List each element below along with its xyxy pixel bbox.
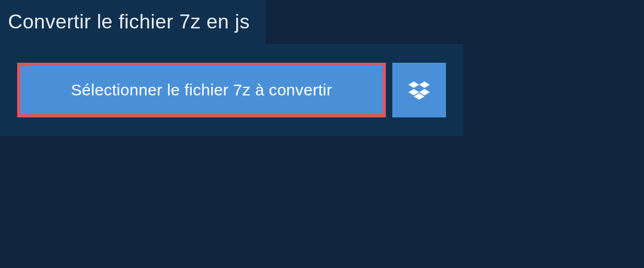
page-title: Convertir le fichier 7z en js xyxy=(8,11,250,33)
select-file-button[interactable]: Sélectionner le fichier 7z à convertir xyxy=(17,63,386,117)
upload-panel: Sélectionner le fichier 7z à convertir xyxy=(0,44,463,136)
dropbox-button[interactable] xyxy=(392,63,446,117)
dropbox-icon xyxy=(408,79,430,101)
select-file-button-label: Sélectionner le fichier 7z à convertir xyxy=(71,81,332,99)
header-container: Convertir le fichier 7z en js xyxy=(0,0,266,44)
